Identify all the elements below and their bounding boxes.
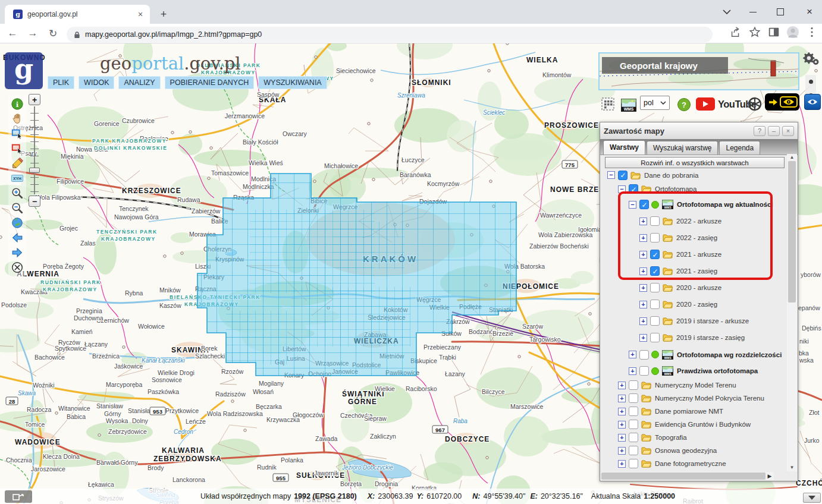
layer-checkbox[interactable] (639, 350, 649, 360)
expand-icon[interactable]: + (639, 301, 647, 308)
layer-row-ortofotomapa-wg-rozdzielczo-ci[interactable]: +WMSOrtofotomapa wg rozdzielczości (600, 346, 786, 363)
vertical-scroll-thumb[interactable] (788, 161, 796, 303)
full-extent-tool-icon[interactable] (10, 216, 25, 230)
map-viewport[interactable]: KRAKÓWSKAŁASŁOMNIKIPROSZOWICENOWE BRZESK… (0, 43, 822, 504)
panel-help-button[interactable]: ? (754, 126, 765, 136)
collapse-icon[interactable]: − (618, 185, 626, 193)
window-maximize-button[interactable] (770, 0, 791, 24)
menu-pobieranie-danych[interactable]: POBIERANIE DANYCH (165, 76, 255, 89)
bookmark-star-icon[interactable] (748, 26, 761, 39)
layer-checkbox[interactable] (650, 300, 660, 309)
layer-row-ewidencja-grunt-w-i-budynk-w[interactable]: +Ewidencja Gruntów i Budynków (600, 418, 786, 431)
zoom-out-tool-icon[interactable] (10, 201, 25, 215)
layer-row-2021-arkusze[interactable]: +2021 - arkusze (600, 246, 786, 263)
layer-row-numeryczny-model-pokrycia-terenu[interactable]: +Numeryczny Model Pokrycia Terenu (600, 392, 786, 405)
expand-icon[interactable]: + (639, 251, 647, 259)
back-button[interactable]: ← (5, 26, 20, 41)
layer-checkbox[interactable] (650, 266, 660, 276)
side-panel-icon[interactable] (767, 26, 780, 39)
layer-row-topografia[interactable]: +Topografia (600, 431, 786, 444)
menu-plik[interactable]: PLIK (48, 76, 74, 89)
layer-checkbox[interactable] (639, 366, 649, 376)
grid-widget-icon[interactable] (601, 95, 615, 113)
layer-row-2020-arkusze[interactable]: +2020 - arkusze (600, 279, 786, 296)
layer-checkbox[interactable] (629, 420, 638, 429)
xyh-coordinates-tool-icon[interactable]: XYH (10, 171, 25, 185)
layer-checkbox[interactable] (650, 216, 660, 226)
pan-tool-icon[interactable] (10, 112, 25, 126)
scroll-down-icon[interactable]: ▼ (787, 464, 797, 471)
previous-view-tool-icon[interactable] (10, 231, 25, 245)
expand-icon[interactable]: + (629, 351, 636, 358)
bottom-collapse-button[interactable] (803, 493, 821, 503)
panel-minimize-button[interactable]: – (768, 126, 780, 136)
settings-gears-icon[interactable] (801, 51, 820, 67)
expand-icon[interactable]: + (618, 447, 626, 455)
expand-icon[interactable]: + (639, 317, 647, 325)
layer-checkbox[interactable] (629, 380, 638, 390)
layer-checkbox[interactable] (629, 433, 638, 442)
panel-horizontal-scrollbar[interactable]: ▶ (601, 472, 774, 480)
expand-icon[interactable]: + (618, 408, 626, 415)
scroll-up-icon[interactable]: ▲ (787, 154, 797, 161)
layer-row-2020-zasi-g[interactable]: +2020 - zasięg (600, 296, 786, 313)
reload-button[interactable]: ↻ (45, 26, 61, 41)
layer-row-2019-i-starsze-arkusze[interactable]: +2019 i starsze - arkusze (600, 313, 786, 329)
overview-toggle-button[interactable] (5, 490, 32, 503)
menu-widok[interactable]: WIDOK (79, 76, 114, 89)
draw-tool-icon[interactable] (10, 156, 25, 171)
zoom-out-button[interactable]: − (29, 196, 40, 207)
layer-row-dane-do-pobrania[interactable]: −Dane do pobrania (600, 168, 786, 182)
layer-row-row[interactable]: +WMS (600, 470, 786, 471)
layer-checkbox[interactable] (618, 171, 628, 180)
overview-minimap[interactable]: Geoportal krajowy (598, 52, 799, 90)
tab-close-icon[interactable]: × (136, 10, 145, 19)
layer-row-dane-fotogrametryczne[interactable]: +Dane fotogrametryczne (600, 457, 786, 470)
help-button[interactable]: ? (677, 96, 691, 114)
layer-row-osnowa-geodezyjna[interactable]: +Osnowa geodezyjna (600, 444, 786, 457)
layer-row-ortofotomapa-wg-aktualno-ci[interactable]: −WMSOrtofotomapa wg aktualności (600, 196, 786, 213)
share-icon[interactable] (729, 26, 742, 39)
wms-widget-icon[interactable]: WMS (621, 96, 636, 114)
layer-checkbox[interactable] (629, 459, 638, 468)
zoom-slider-track[interactable] (30, 106, 39, 194)
panel-header[interactable]: Zawartość mapy ? – × (600, 122, 798, 139)
expand-icon[interactable]: + (639, 218, 647, 225)
layer-checkbox[interactable] (650, 316, 660, 326)
layer-checkbox[interactable] (650, 333, 660, 342)
layer-row-dane-pomiarowe-nmt[interactable]: +Dane pomiarowe NMT (600, 405, 786, 418)
select-rectangle-tool-icon[interactable] (10, 127, 25, 141)
zoom-in-button[interactable]: + (29, 94, 40, 105)
address-bar[interactable]: mapy.geoportal.gov.pl/imap/Imgp_2.html?g… (67, 27, 713, 42)
layer-row-numeryczny-model-terenu[interactable]: +Numeryczny Model Terenu (600, 379, 786, 392)
expand-icon[interactable]: + (639, 284, 647, 292)
expand-icon[interactable]: + (618, 421, 626, 429)
layer-checkbox[interactable] (629, 184, 638, 194)
zoom-in-tool-icon[interactable] (10, 186, 25, 200)
layer-checkbox[interactable] (639, 200, 649, 209)
layer-row-prawdziwa-ortofotomapa[interactable]: +WMSPrawdziwa ortofotomapa (600, 363, 786, 379)
profile-avatar[interactable] (786, 26, 799, 39)
expand-icon[interactable]: + (618, 395, 626, 402)
layer-row-2022-zasi-g[interactable]: +2022 - zasięg (600, 229, 786, 246)
collapse-icon[interactable]: − (629, 201, 636, 209)
window-minimize-button[interactable] (742, 0, 764, 24)
expand-icon[interactable]: + (618, 382, 626, 389)
layer-row-2019-i-starsze-zasi-g[interactable]: +2019 i starsze - zasięg (600, 329, 786, 346)
expand-icon[interactable]: + (639, 334, 647, 342)
panel-vertical-scrollbar[interactable]: ▲ ▼ (787, 154, 797, 471)
contrast-eye-icon[interactable] (781, 97, 796, 106)
collapse-icon[interactable]: − (607, 171, 615, 179)
layer-checkbox[interactable] (629, 446, 638, 455)
layer-row-ortofotomapa[interactable]: −Ortofotomapa (600, 182, 786, 196)
expand-icon[interactable]: + (618, 460, 626, 468)
select-red-rectangle-tool-icon[interactable] (10, 141, 25, 156)
menu-analizy[interactable]: ANALIZY (118, 76, 160, 89)
scroll-right-icon[interactable]: ▶ (765, 473, 774, 479)
expand-icon[interactable]: + (639, 267, 647, 275)
layer-checkbox[interactable] (650, 250, 660, 259)
tab-search-chevron-icon[interactable] (716, 0, 738, 24)
horizontal-scroll-thumb[interactable] (601, 472, 765, 480)
accessibility-arrow-icon[interactable] (768, 98, 779, 106)
layer-row-2021-zasi-g[interactable]: +2021 - zasięg (600, 263, 786, 279)
